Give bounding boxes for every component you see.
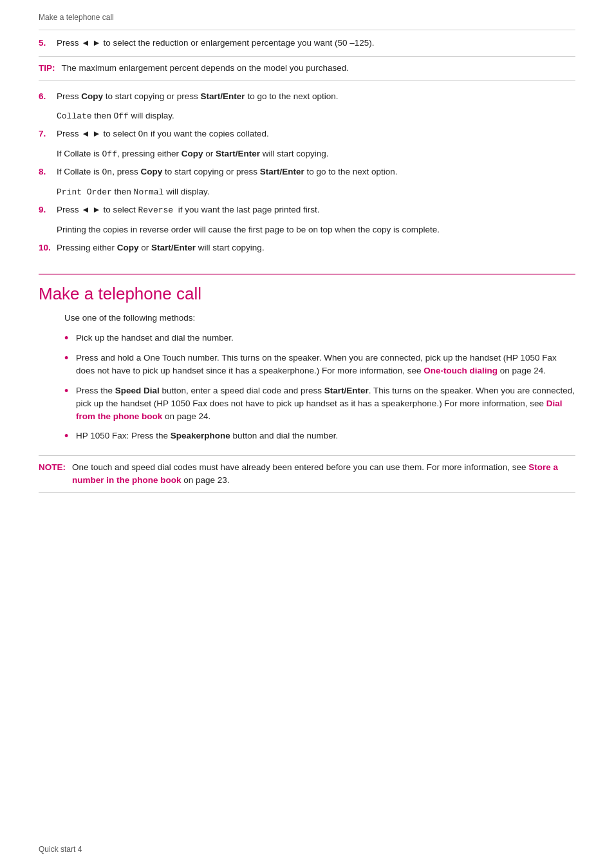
bullet-2-dot: • (64, 352, 71, 378)
step-7-copy: Copy (181, 149, 203, 158)
step-7-on: On (138, 129, 149, 139)
page-header: Make a telephone call (39, 12, 575, 23)
bullet-2: • Press and hold a One Touch number. Thi… (64, 352, 575, 378)
step-10-number: 10. (39, 241, 57, 254)
step-6-content: Press Copy to start copying or press Sta… (57, 90, 575, 103)
step-10-copy: Copy (117, 243, 139, 252)
section-make-telephone-call: Make a telephone call Use one of the fol… (39, 281, 575, 493)
bullet-1-dot: • (64, 332, 71, 346)
step-7-sub: If Collate is Off, pressing either Copy … (57, 147, 575, 161)
page-footer: Quick start 4 (39, 844, 82, 855)
step-10-startenter: Start/Enter (151, 243, 196, 252)
step-9: 9. Press ◄ ► to select Reverse if you wa… (39, 203, 575, 217)
step-8-startenter: Start/Enter (260, 167, 304, 176)
bullet-1-text: Pick up the handset and dial the number. (76, 332, 234, 346)
section-intro: Use one of the following methods: (64, 312, 575, 325)
bullet-4-dot: • (64, 429, 71, 444)
bullet-2-text: Press and hold a One Touch number. This … (76, 352, 575, 378)
bullet-3-dot: • (64, 384, 71, 424)
step-5: 5. Press ◄ ► to select the reduction or … (39, 37, 575, 50)
step-6-collate: Collate (57, 111, 92, 121)
bullet-4-speakerphone: Speakerphone (171, 431, 230, 440)
step-8: 8. If Collate is On, press Copy to start… (39, 165, 575, 179)
step-6-startenter: Start/Enter (201, 91, 245, 101)
tip-label: TIP: (39, 62, 55, 75)
step-6: 6. Press Copy to start copying or press … (39, 90, 575, 103)
steps-middle: 6. Press Copy to start copying or press … (39, 90, 575, 255)
step-9-reverse: Reverse (138, 205, 174, 215)
step-8-number: 8. (39, 165, 57, 179)
step-7: 7. Press ◄ ► to select On if you want th… (39, 127, 575, 141)
step-6-off: Off (113, 111, 128, 121)
link-store-number[interactable]: Store a number in the phone book (72, 462, 558, 485)
note-label: NOTE: (39, 461, 66, 487)
step-7-startenter: Start/Enter (216, 149, 260, 158)
section-title: Make a telephone call (39, 281, 575, 307)
note-box: NOTE: One touch and speed dial codes mus… (39, 455, 575, 493)
step-9-sub: Printing the copies in reverse order wil… (57, 223, 575, 236)
tip-box: TIP: The maximum enlargement percent dep… (39, 56, 575, 80)
step-8-on: On (102, 167, 113, 177)
step-8-copy: Copy (140, 167, 162, 176)
step-8-sub: Print Order then Normal will display. (57, 185, 575, 199)
step-7-off: Off (102, 149, 117, 159)
step-9-number: 9. (39, 203, 57, 217)
step-8-normal: Normal (134, 187, 164, 197)
step-6-copy: Copy (81, 91, 103, 101)
step-8-content: If Collate is On, press Copy to start co… (57, 165, 575, 179)
step-10-content: Pressing either Copy or Start/Enter will… (57, 241, 575, 254)
tip-text: The maximum enlargement percent depends … (62, 62, 349, 75)
steps-upper: 5. Press ◄ ► to select the reduction or … (39, 37, 575, 50)
step-5-content: Press ◄ ► to select the reduction or enl… (57, 37, 575, 50)
link-dial-from-phone-book[interactable]: Dial from the phone book (76, 399, 562, 421)
bullet-4-text: HP 1050 Fax: Press the Speakerphone butt… (76, 429, 338, 444)
bullet-list: • Pick up the handset and dial the numbe… (64, 332, 575, 444)
bullet-3-startenter: Start/Enter (324, 386, 369, 395)
step-6-number: 6. (39, 90, 57, 103)
bullet-1: • Pick up the handset and dial the numbe… (64, 332, 575, 346)
step-6-sub: Collate then Off will display. (57, 109, 575, 123)
note-text: One touch and speed dial codes must have… (72, 461, 575, 487)
link-one-touch-dialing[interactable]: One-touch dialing (423, 366, 498, 375)
step-9-content: Press ◄ ► to select Reverse if you want … (57, 203, 575, 217)
bullet-4: • HP 1050 Fax: Press the Speakerphone bu… (64, 429, 575, 444)
step-8-printorder: Print Order (57, 187, 112, 197)
step-7-number: 7. (39, 127, 57, 141)
step-10: 10. Pressing either Copy or Start/Enter … (39, 241, 575, 254)
bullet-3-text: Press the Speed Dial button, enter a spe… (76, 384, 575, 424)
step-5-number: 5. (39, 37, 57, 50)
bullet-3-speeddial: Speed Dial (115, 386, 160, 395)
step-7-content: Press ◄ ► to select On if you want the c… (57, 127, 575, 141)
bullet-3: • Press the Speed Dial button, enter a s… (64, 384, 575, 424)
